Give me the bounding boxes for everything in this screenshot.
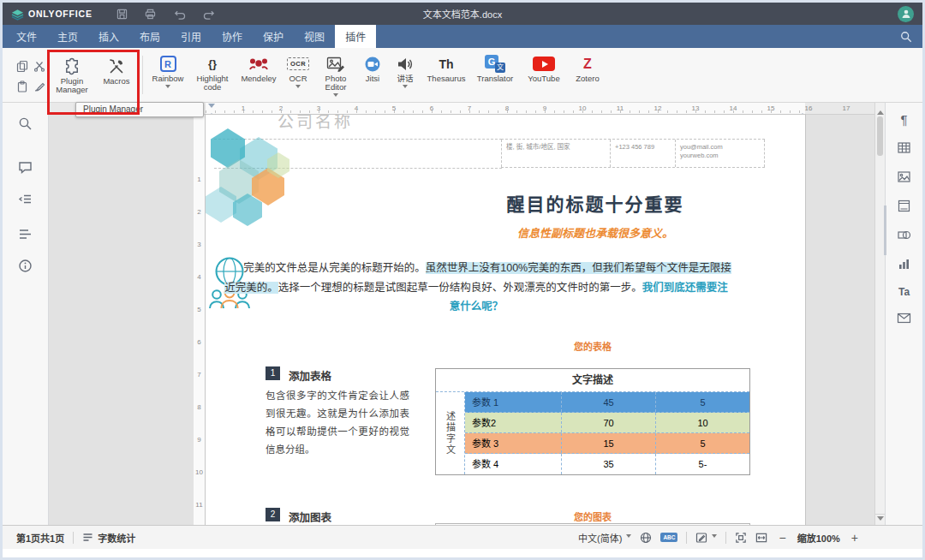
plugin-translator-button[interactable]: G文 Translator bbox=[472, 51, 518, 99]
document-table[interactable]: 文字描述 述描字文 参数 1455 参数27010 参数 3155 bbox=[435, 368, 750, 475]
scrollbar-thumb[interactable] bbox=[877, 116, 883, 156]
mail-merge-icon[interactable] bbox=[897, 313, 911, 324]
email-cell[interactable]: you@mail.com yourweb.com bbox=[675, 140, 765, 167]
section2-number[interactable]: 2 bbox=[266, 508, 280, 521]
zoom-level[interactable]: 缩放100% bbox=[797, 531, 840, 545]
tab-collaboration[interactable]: 协作 bbox=[212, 25, 253, 48]
plugin-zotero-button[interactable]: Z Zotero bbox=[570, 51, 606, 99]
scroll-up-icon[interactable] bbox=[877, 107, 884, 115]
user-avatar[interactable] bbox=[898, 6, 914, 22]
document-page[interactable]: 公司名称 楼, 街, 城市/地区, 国家 +123 456 789 you@ma… bbox=[206, 115, 805, 525]
table-cell[interactable]: 参数 1 bbox=[465, 392, 561, 412]
document-canvas-area[interactable]: 1234567891011121314151617 1234567891011 … bbox=[49, 103, 885, 525]
tab-protection[interactable]: 保护 bbox=[253, 25, 294, 48]
paragraph-settings-icon[interactable]: ¶ bbox=[900, 113, 907, 126]
address-cell[interactable]: 楼, 街, 城市/地区, 国家 bbox=[501, 140, 610, 167]
section1-title[interactable]: 添加表格 bbox=[289, 367, 331, 384]
macros-button[interactable]: Macros bbox=[95, 51, 138, 100]
cut-icon[interactable] bbox=[32, 57, 47, 75]
redo-icon[interactable] bbox=[203, 9, 216, 20]
table-cell[interactable]: 15 bbox=[561, 433, 655, 453]
shape-settings-icon[interactable] bbox=[897, 228, 911, 242]
zoom-in-button[interactable]: + bbox=[849, 531, 861, 545]
plugin-photo-editor-button[interactable]: Photo Editor bbox=[316, 51, 355, 99]
plugin-label: Translator bbox=[477, 74, 513, 83]
zoom-out-button[interactable]: − bbox=[776, 531, 788, 545]
plugin-ocr-button[interactable]: OCR OCR bbox=[282, 51, 314, 99]
copy-style-icon[interactable] bbox=[32, 77, 47, 96]
navigation-icon[interactable] bbox=[13, 187, 38, 211]
save-icon[interactable] bbox=[116, 9, 128, 20]
table-caption[interactable]: 您的表格 bbox=[435, 339, 750, 353]
comments-icon[interactable] bbox=[13, 155, 38, 180]
fit-page-button[interactable] bbox=[735, 532, 747, 544]
plugin-youtube-button[interactable]: YouTube bbox=[520, 51, 568, 99]
about-icon[interactable] bbox=[13, 253, 38, 278]
document-heading[interactable]: 醒目的标题十分重要 bbox=[394, 190, 797, 216]
page-indicator[interactable]: 第1页共1页 bbox=[16, 531, 64, 545]
spell-check-button[interactable]: ABC bbox=[660, 533, 677, 542]
table-row[interactable]: 参数 3155 bbox=[465, 433, 749, 454]
tab-file[interactable]: 文件 bbox=[6, 25, 47, 48]
document-language-button[interactable] bbox=[640, 532, 652, 544]
tab-references[interactable]: 引用 bbox=[170, 25, 212, 48]
headings-icon[interactable] bbox=[13, 222, 38, 247]
section1-body[interactable]: 包含很多字的文件肯定会让人感到很无趣。这就是为什么添加表格可以帮助提供一个更好的… bbox=[266, 387, 409, 459]
image-settings-icon[interactable] bbox=[897, 170, 911, 184]
vertical-scrollbar[interactable] bbox=[874, 103, 885, 525]
table-cell[interactable]: 5- bbox=[655, 454, 749, 474]
table-header-cell[interactable]: 文字描述 bbox=[436, 369, 749, 392]
print-icon[interactable] bbox=[145, 9, 156, 20]
table-settings-icon[interactable] bbox=[897, 140, 911, 155]
plugin-thesaurus-button[interactable]: Th Thesaurus bbox=[422, 51, 470, 99]
search-sidebar-icon[interactable] bbox=[13, 111, 38, 136]
plugin-mendeley-button[interactable]: Mendeley bbox=[237, 51, 280, 99]
scroll-down-button[interactable] bbox=[875, 514, 885, 525]
table-row[interactable]: 参数 1455 bbox=[465, 392, 749, 413]
search-icon[interactable] bbox=[900, 25, 912, 48]
track-changes-button[interactable] bbox=[695, 532, 717, 544]
plugin-jitsi-button[interactable]: Jitsi bbox=[357, 51, 388, 99]
plugin-highlight-code-button[interactable]: {} Highlight code bbox=[189, 51, 236, 99]
sidebar-resize-handle[interactable] bbox=[884, 206, 886, 255]
table-side-cell[interactable]: 述描字文 bbox=[436, 392, 465, 474]
tab-home[interactable]: 主页 bbox=[47, 25, 88, 48]
table-row[interactable]: 参数 4355- bbox=[465, 454, 749, 474]
table-cell[interactable]: 参数 4 bbox=[465, 454, 561, 474]
tab-layout[interactable]: 布局 bbox=[129, 25, 170, 48]
body-paragraph[interactable]: 完美的文件总是从完美的标题开始的。虽然世界上没有100%完美的东西，但我们希望每… bbox=[219, 259, 733, 317]
section2-title[interactable]: 添加图表 bbox=[289, 509, 331, 525]
paste-icon[interactable] bbox=[15, 77, 30, 96]
header-footer-settings-icon[interactable] bbox=[897, 199, 911, 213]
table-cell[interactable]: 5 bbox=[655, 433, 749, 453]
vertical-ruler[interactable]: 1234567891011 bbox=[194, 115, 206, 525]
table-cell[interactable]: 45 bbox=[561, 392, 655, 412]
table-cell[interactable]: 35 bbox=[561, 454, 655, 474]
undo-icon[interactable] bbox=[173, 9, 186, 20]
table-cell[interactable]: 5 bbox=[655, 392, 749, 412]
table-cell[interactable]: 10 bbox=[655, 413, 749, 432]
plugin-manager-button[interactable]: Plugin Manager bbox=[51, 51, 92, 100]
table-row[interactable]: 参数27010 bbox=[465, 413, 749, 433]
tab-view[interactable]: 视图 bbox=[294, 25, 335, 48]
plugin-rainbow-button[interactable]: R Rainbow bbox=[148, 51, 188, 99]
section1-number[interactable]: 1 bbox=[266, 366, 280, 380]
text-art-settings-icon[interactable]: Ta bbox=[898, 286, 910, 298]
table-cell[interactable]: 参数 3 bbox=[465, 433, 561, 453]
letterhead-contact-row[interactable]: 楼, 街, 城市/地区, 国家 +123 456 789 you@mail.co… bbox=[501, 139, 765, 168]
chart-caption[interactable]: 您的图表 bbox=[435, 509, 750, 523]
fit-width-button[interactable] bbox=[755, 532, 767, 544]
document-subheading[interactable]: 信息性副标题也承载很多意义。 bbox=[394, 224, 797, 241]
tab-plugins[interactable]: 插件 bbox=[335, 25, 376, 48]
chart-settings-icon[interactable] bbox=[897, 257, 911, 271]
copy-icon[interactable] bbox=[15, 57, 30, 75]
phone-cell[interactable]: +123 456 789 bbox=[610, 140, 675, 167]
company-name[interactable]: 公司名称 bbox=[278, 115, 353, 132]
table-cell[interactable]: 70 bbox=[561, 413, 655, 432]
plugin-speech-button[interactable]: 讲话 bbox=[390, 51, 421, 99]
fit-page-icon bbox=[735, 532, 747, 544]
tab-insert[interactable]: 插入 bbox=[88, 25, 129, 48]
table-cell[interactable]: 参数2 bbox=[465, 413, 561, 432]
word-count-button[interactable]: 字数统计 bbox=[82, 531, 135, 545]
language-selector[interactable]: 中文(简体) bbox=[578, 531, 631, 545]
